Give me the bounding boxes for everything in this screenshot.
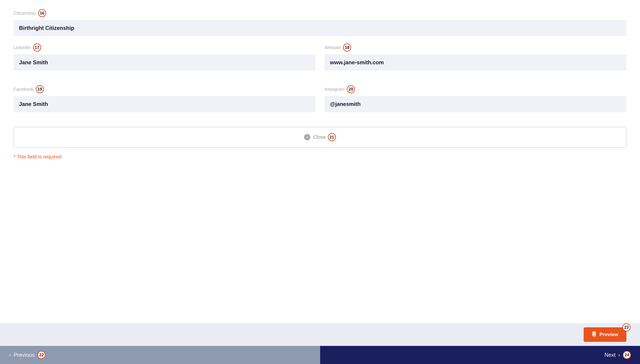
instagram-input[interactable] xyxy=(325,96,627,112)
preview-button[interactable]: Preview 23 xyxy=(584,327,626,342)
facebook-input[interactable] xyxy=(14,96,316,112)
website-input[interactable] xyxy=(325,54,627,71)
instagram-badge: 20 xyxy=(347,85,355,93)
preview-badge: 23 xyxy=(622,323,630,332)
linkedin-label: LinkedIn 17 xyxy=(14,44,316,52)
main-content: Citizenship 16 LinkedIn 17 Website 18 Fa… xyxy=(0,0,640,323)
close-icon: − xyxy=(304,134,310,140)
citizenship-input[interactable] xyxy=(14,20,626,36)
instagram-label: Instagram 20 xyxy=(325,85,627,93)
linkedin-website-row: LinkedIn 17 Website 18 xyxy=(14,44,626,78)
facebook-label: Facebook 19 xyxy=(14,85,316,93)
facebook-badge: 19 xyxy=(36,85,44,93)
toolbar: Preview 23 xyxy=(0,323,640,346)
svg-rect-1 xyxy=(593,336,596,337)
citizenship-badge: 16 xyxy=(38,9,46,17)
previous-badge: 22 xyxy=(37,351,46,359)
svg-rect-0 xyxy=(592,332,596,336)
website-label-text: Website xyxy=(325,45,341,50)
citizenship-group: Citizenship 16 xyxy=(14,9,626,36)
next-arrow-icon: › xyxy=(618,352,620,358)
citizenship-label-text: Citizenship xyxy=(14,11,36,16)
close-button-container: − Close 21 xyxy=(14,127,626,148)
close-badge: 21 xyxy=(328,133,336,141)
instagram-label-text: Instagram xyxy=(325,87,345,92)
citizenship-label: Citizenship 16 xyxy=(14,9,626,17)
linkedin-label-text: LinkedIn xyxy=(14,45,31,50)
website-group: Website 18 xyxy=(325,44,627,71)
footer: ‹ Previous 22 Next › 24 xyxy=(0,346,640,364)
required-message: * This field is required xyxy=(14,154,626,160)
preview-doc-icon xyxy=(592,332,597,338)
footer-previous[interactable]: ‹ Previous 22 xyxy=(0,346,320,364)
linkedin-group: LinkedIn 17 xyxy=(14,44,316,71)
next-badge: 24 xyxy=(623,351,631,359)
close-button[interactable]: − Close 21 xyxy=(14,127,626,147)
website-label: Website 18 xyxy=(325,44,627,52)
website-badge: 18 xyxy=(343,44,351,52)
previous-button-label: Previous xyxy=(14,352,35,358)
close-button-label: Close xyxy=(313,134,326,140)
next-button-label: Next xyxy=(604,352,616,358)
facebook-instagram-row: Facebook 19 Instagram 20 xyxy=(14,85,626,120)
footer-next[interactable]: Next › 24 xyxy=(320,346,640,364)
instagram-group: Instagram 20 xyxy=(325,85,627,112)
facebook-group: Facebook 19 xyxy=(14,85,316,112)
linkedin-input[interactable] xyxy=(14,54,316,71)
linkedin-badge: 17 xyxy=(33,44,41,52)
facebook-label-text: Facebook xyxy=(14,87,34,92)
previous-arrow-icon: ‹ xyxy=(9,352,11,358)
preview-button-label: Preview xyxy=(600,332,618,338)
